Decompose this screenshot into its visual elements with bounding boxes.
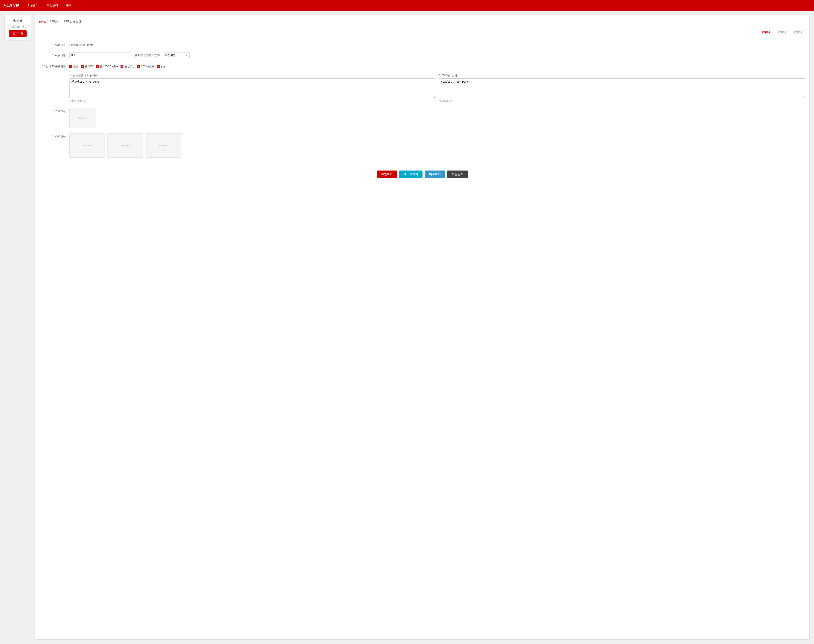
page-wrapper: dan1님 반갑습니다 로그아웃 Home / APP관리 / APP 정보 편… bbox=[0, 11, 814, 644]
app-version-label: * App 버전 bbox=[39, 52, 66, 57]
platform-label-4: # TV브로드 bbox=[141, 65, 154, 68]
platform-p2[interactable]: 올레TV DayMe bbox=[96, 65, 118, 68]
platform-label-0: 모요 bbox=[73, 65, 78, 68]
platform-check-2[interactable] bbox=[96, 65, 99, 68]
nav-app[interactable]: App관리 bbox=[26, 2, 40, 8]
screenshot-row: * 스크린샷 225x188 225x188 225x188 bbox=[39, 133, 805, 158]
platform-label-5: Stu bbox=[161, 65, 165, 68]
breadcrumb: Home / APP관리 / APP 정보 편집 bbox=[39, 20, 805, 26]
platform-p5[interactable]: Stu bbox=[157, 65, 165, 68]
app-name-label: App 이름 bbox=[39, 41, 66, 47]
breadcrumb-sep2: / bbox=[61, 20, 62, 23]
platform-p4[interactable]: # TV브로드 bbox=[137, 65, 154, 68]
app-version-row: * App 버전 홈화면 탭형별 Layout 대상화면 ▼ bbox=[39, 52, 805, 58]
steps: STEP1 STEP2 STEP3 bbox=[39, 30, 805, 35]
description-row: * 모바일용대 App 설명 Playlist 지능 Demo ( MAX 30… bbox=[39, 74, 805, 103]
radio-group: 모요 올레TV 올레TV DayMe SI LOTV # TV브로드 bbox=[69, 63, 165, 68]
platform-label-3: SI LOTV bbox=[124, 65, 135, 68]
form-section: App 이름 Playlist 지능 Demo * App 버전 홈화면 탭형별… bbox=[39, 41, 805, 159]
nav-account[interactable]: 계정관리 bbox=[45, 2, 60, 8]
logout-button[interactable]: 로그아웃 bbox=[9, 30, 26, 37]
mobile-char-limit: ( MAX 300자 ) bbox=[69, 100, 435, 103]
platform-check-3[interactable] bbox=[121, 65, 123, 68]
thumbnail-upload[interactable]: 196x135 bbox=[69, 108, 96, 128]
description-spacer bbox=[39, 74, 66, 75]
header: FLANN App관리 계정관리 통계 bbox=[0, 0, 814, 11]
platform-p0[interactable]: 모요 bbox=[69, 65, 78, 68]
logo: FLANN bbox=[3, 3, 19, 8]
screenshot-box-2[interactable]: 225x188 bbox=[108, 133, 143, 158]
screenshot-box-1[interactable]: 225x188 bbox=[69, 133, 105, 158]
action-buttons: 초안하기 테스트하기 배포하기 이전단계 bbox=[39, 166, 805, 178]
screenshot-group: 225x188 225x188 225x188 bbox=[69, 133, 181, 158]
test-button[interactable]: 테스트하기 bbox=[399, 170, 422, 178]
divider-top bbox=[39, 40, 805, 40]
screenshot-label: * 스크린샷 bbox=[39, 133, 66, 138]
platform-check-1[interactable] bbox=[81, 65, 84, 68]
layout-group: 홈화면 탭형별 Layout 대상화면 ▼ bbox=[135, 52, 190, 58]
thumbnail-size: 196x135 bbox=[78, 117, 87, 120]
user-greeting: 반갑습니다 bbox=[12, 25, 24, 28]
layout-select-wrapper: 대상화면 ▼ bbox=[163, 52, 190, 58]
screenshot-size-1: 225x188 bbox=[83, 144, 92, 147]
platform-label-2: 올레TV DayMe bbox=[100, 65, 118, 68]
platform-check-5[interactable] bbox=[157, 65, 160, 68]
breadcrumb-home[interactable]: Home bbox=[39, 20, 46, 23]
screenshot-size-2: 225x188 bbox=[121, 144, 130, 147]
layout-select[interactable]: 대상화면 bbox=[163, 52, 190, 58]
step3[interactable]: STEP3 bbox=[791, 30, 805, 35]
breadcrumb-sep1: / bbox=[48, 20, 48, 23]
screenshot-box-3[interactable]: 225x188 bbox=[146, 133, 181, 158]
platform-label-1: 올레TV bbox=[85, 65, 94, 68]
thumbnail-label: * 대표선 bbox=[39, 108, 66, 113]
mobile-desc-block: * 모바일용대 App 설명 Playlist 지능 Demo ( MAX 30… bbox=[69, 74, 435, 103]
nav-stats[interactable]: 통계 bbox=[64, 2, 74, 8]
platform-label: * 탑재 TV플랫폼명 bbox=[39, 63, 66, 68]
platform-check-4[interactable] bbox=[137, 65, 140, 68]
preview-button[interactable]: 배포하기 bbox=[425, 170, 445, 178]
mobile-desc-textarea[interactable]: Playlist 지능 Demo bbox=[69, 78, 435, 98]
next-button[interactable]: 이전단계 bbox=[447, 170, 468, 178]
app-version-input[interactable] bbox=[69, 52, 131, 58]
platform-p1[interactable]: 올레TV bbox=[81, 65, 94, 68]
breadcrumb-item1[interactable]: APP관리 bbox=[50, 20, 60, 23]
user-name: dan1님 bbox=[13, 19, 22, 23]
platform-p3[interactable]: SI LOTV bbox=[121, 65, 135, 68]
tv-desc-label: * TV App 설명 bbox=[439, 74, 805, 78]
platform-check-0[interactable] bbox=[69, 65, 72, 68]
step2[interactable]: STEP2 bbox=[775, 30, 789, 35]
sidebar: dan1님 반갑습니다 로그아웃 bbox=[5, 15, 31, 40]
thumbnail-row: * 대표선 196x135 bbox=[39, 108, 805, 128]
screenshot-size-3: 225x188 bbox=[159, 144, 168, 147]
layout-label: 홈화면 탭형별 Layout bbox=[135, 54, 160, 57]
cancel-button[interactable]: 초안하기 bbox=[377, 170, 397, 178]
app-name-value: Playlist 지능 Demo bbox=[69, 41, 94, 47]
step1[interactable]: STEP1 bbox=[759, 30, 773, 35]
mobile-desc-label: * 모바일용대 App 설명 bbox=[69, 74, 435, 78]
breadcrumb-current: APP 정보 편집 bbox=[64, 20, 81, 23]
textarea-pair: * 모바일용대 App 설명 Playlist 지능 Demo ( MAX 30… bbox=[69, 74, 805, 103]
tv-desc-textarea[interactable]: Playlist 지능 Demo bbox=[439, 78, 805, 98]
tv-desc-block: * TV App 설명 Playlist 지능 Demo ( MAX 300자 … bbox=[439, 74, 805, 103]
main-content: Home / APP관리 / APP 정보 편집 STEP1 STEP2 STE… bbox=[35, 15, 809, 639]
app-name-row: App 이름 Playlist 지능 Demo bbox=[39, 41, 805, 47]
tv-char-limit: ( MAX 300자 ) bbox=[439, 100, 805, 103]
platform-row: * 탑재 TV플랫폼명 모요 올레TV 올레TV DayMe SI LOTV bbox=[39, 63, 805, 68]
